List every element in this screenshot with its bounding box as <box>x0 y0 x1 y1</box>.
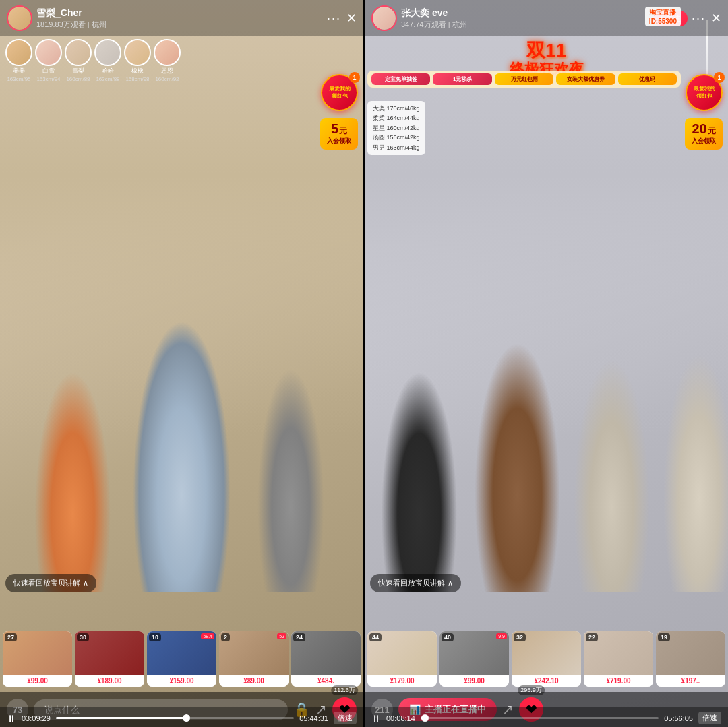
thumb-name-0: 养养 <box>13 67 25 75</box>
model-4: 男男 163cm/44kg <box>373 143 420 152</box>
thumb-1[interactable]: 白雪 163cm/94 <box>35 39 62 82</box>
platform-logo: 淘宝直播 ID:55300 <box>645 7 681 26</box>
stream-right: 张大奕 eve 347.74万观看 | 杭州 + 关注 ··· ✕ 淘宝直播 I… <box>365 0 728 727</box>
member-amount-left: 5 <box>331 122 338 135</box>
product-card-r1[interactable]: 40 9.9 ¥99.00 <box>439 631 509 687</box>
thumb-3[interactable]: 哈哈 163cm/88 <box>94 39 121 82</box>
product-img-1: 30 <box>75 631 144 675</box>
avatar-left[interactable] <box>7 5 32 31</box>
product-price-r1: ¥99.00 <box>439 675 509 687</box>
product-count-3: 2 <box>221 633 230 641</box>
sale-badge-3: 52 <box>277 633 286 639</box>
thumb-2[interactable]: 雪梨 160cm/88 <box>65 39 92 82</box>
quick-back-arrow-right: ∧ <box>448 579 453 588</box>
product-strip-right: 44 ¥179.00 40 9.9 ¥99.00 32 ¥242.10 22 <box>365 631 728 687</box>
promo-1[interactable]: 1元秒杀 <box>433 73 491 85</box>
product-card-4[interactable]: 24 ¥484. <box>291 631 361 687</box>
promo-4[interactable]: 优惠码 <box>618 73 677 85</box>
thumb-4[interactable]: 橡橡 168cm/98 <box>124 39 151 82</box>
member-badge-left[interactable]: 5 元 入会领取 <box>320 118 358 150</box>
progress-track-right[interactable] <box>421 717 659 719</box>
like-count-left: 112.6万 <box>331 685 358 695</box>
member-label-right: 入会领取 <box>692 137 716 146</box>
quick-back-text-left: 快速看回放宝贝讲解 <box>13 578 80 588</box>
thumb-0[interactable]: 养养 163cm/95 <box>5 39 32 82</box>
product-card-1[interactable]: 30 ¥189.00 <box>75 631 144 687</box>
more-menu-left[interactable]: ··· <box>327 11 341 26</box>
product-img-3: 2 52 <box>219 631 289 675</box>
product-card-3[interactable]: 2 52 ¥89.00 <box>219 631 289 687</box>
progress-fill-right <box>421 717 425 719</box>
product-count-r0: 44 <box>369 633 382 641</box>
sale-badge-2: 58.4 <box>201 633 214 639</box>
people-left <box>0 201 363 592</box>
progress-track-left[interactable] <box>56 717 294 719</box>
progress-container-right: ⏸ 00:08:14 05:56:05 倍速 <box>365 707 728 727</box>
product-card-0[interactable]: 27 ¥99.00 <box>3 631 72 687</box>
model-info-right: 大奕 170cm/46kg 柔柔 164cm/44kg 星星 160cm/42k… <box>367 101 425 155</box>
red-packet-right[interactable]: 1 最爱我的领红包 <box>686 74 723 111</box>
product-card-2[interactable]: 10 58.4 ¥159.00 <box>147 631 216 687</box>
product-card-r4[interactable]: 19 ¥197.. <box>656 631 725 687</box>
top-overlay-left: 雪梨_Cher 1819.83万观看 | 杭州 ··· ✕ 养养 163cm/9… <box>0 0 363 85</box>
red-packet-count-right: 1 <box>714 72 725 83</box>
thumb-circle-4 <box>124 39 151 66</box>
thumb-5[interactable]: 恩恩 160cm/92 <box>154 39 181 82</box>
promo-3[interactable]: 女装大额优惠券 <box>556 73 615 85</box>
platform-id: ID:55300 <box>649 18 677 25</box>
thumb-name-4: 橡橡 <box>131 67 144 75</box>
speed-btn-left[interactable]: 倍速 <box>334 712 357 724</box>
red-packet-left[interactable]: 1 最爱我的领红包 <box>321 74 358 111</box>
thumb-size-1: 163cm/94 <box>36 76 60 82</box>
product-count-r2: 32 <box>514 633 526 641</box>
thumb-circle-1 <box>35 39 62 66</box>
play-btn-left[interactable]: ⏸ <box>7 713 16 724</box>
thumb-size-0: 163cm/95 <box>7 76 30 82</box>
progress-thumb-left <box>183 714 190 722</box>
product-img-4: 24 <box>291 631 361 675</box>
thumbnail-strip-left: 养养 163cm/95 白雪 163cm/94 雪梨 160cm/88 哈哈 1… <box>0 36 363 85</box>
quick-back-right[interactable]: 快速看回放宝贝讲解 ∧ <box>370 574 461 592</box>
thumb-circle-3 <box>94 39 121 66</box>
header-bar-left: 雪梨_Cher 1819.83万观看 | 杭州 ··· ✕ <box>0 0 363 36</box>
member-unit-left: 元 <box>339 125 347 137</box>
avatar-img-right <box>373 7 396 30</box>
quick-back-left[interactable]: 快速看回放宝贝讲解 ∧ <box>5 574 96 592</box>
host-name-left: 雪梨_Cher <box>36 7 323 20</box>
platform-name: 淘宝直播 <box>649 8 677 18</box>
promo-0[interactable]: 定宝免单抽签 <box>371 73 430 85</box>
product-card-r2[interactable]: 32 ¥242.10 <box>512 631 581 687</box>
thumb-size-5: 160cm/92 <box>155 76 179 82</box>
product-img-r1: 40 9.9 <box>439 631 509 675</box>
product-img-r3: 22 <box>584 631 653 675</box>
red-packet-count-left: 1 <box>349 72 360 83</box>
product-count-0: 27 <box>5 633 17 641</box>
member-amount-right: 20 <box>692 122 706 135</box>
close-btn-right[interactable]: ✕ <box>711 11 721 26</box>
progress-fill-left <box>56 717 187 719</box>
thumb-size-4: 168cm/98 <box>125 76 149 82</box>
promo-2[interactable]: 万元红包雨 <box>495 73 553 85</box>
model-0: 大奕 170cm/46kg <box>373 104 420 113</box>
member-badge-right[interactable]: 20 元 入会领取 <box>685 118 723 150</box>
product-count-r1: 40 <box>442 633 454 641</box>
like-count-right: 295.9万 <box>518 685 545 695</box>
product-price-2: ¥159.00 <box>147 675 216 687</box>
more-menu-right[interactable]: ··· <box>692 11 706 26</box>
progress-thumb-right <box>421 714 429 722</box>
host-stats-left: 1819.83万观看 | 杭州 <box>36 20 323 30</box>
product-count-r3: 22 <box>586 633 598 641</box>
streams-container: 雪梨_Cher 1819.83万观看 | 杭州 ··· ✕ 养养 163cm/9… <box>0 0 728 727</box>
total-time-left: 05:44:31 <box>299 714 328 722</box>
speed-btn-right[interactable]: 倍速 <box>698 712 721 724</box>
stream-left: 雪梨_Cher 1819.83万观看 | 杭州 ··· ✕ 养养 163cm/9… <box>0 0 363 727</box>
product-card-r3[interactable]: 22 ¥719.00 <box>584 631 653 687</box>
play-btn-right[interactable]: ⏸ <box>371 713 381 724</box>
avatar-img-left <box>8 7 31 30</box>
product-card-r0[interactable]: 44 ¥179.00 <box>367 631 437 687</box>
product-price-3: ¥89.00 <box>219 675 289 687</box>
avatar-right[interactable] <box>371 5 397 31</box>
close-btn-left[interactable]: ✕ <box>346 11 357 26</box>
product-img-r2: 32 <box>512 631 581 675</box>
thumb-size-3: 163cm/88 <box>96 76 119 82</box>
